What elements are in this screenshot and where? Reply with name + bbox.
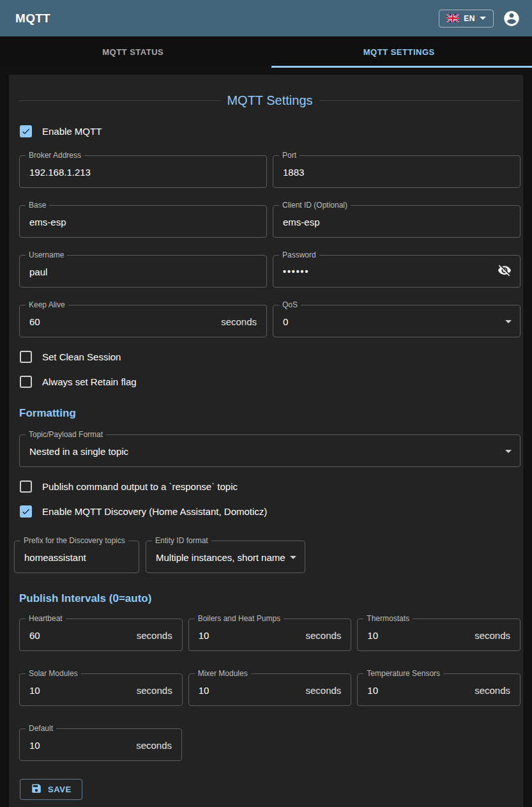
- selected-value: Multiple instances, short name: [156, 551, 285, 562]
- checkbox-response-topic[interactable]: [20, 480, 32, 493]
- port-field[interactable]: Port 1883: [273, 155, 521, 188]
- field-label: Heartbeat: [26, 614, 66, 623]
- dropdown-arrow-icon: [505, 320, 512, 323]
- chevron-down-icon: [480, 17, 486, 20]
- save-button[interactable]: SAVE: [20, 779, 82, 800]
- checkbox-label: Enable MQTT Discovery (Home Assistant, D…: [42, 506, 267, 517]
- qos-select[interactable]: QoS 0: [273, 305, 521, 337]
- password-field[interactable]: Password ••••••: [273, 255, 521, 288]
- settings-card: MQTT Settings Enable MQTT Broker Address…: [9, 75, 523, 807]
- formatting-heading: Formatting: [19, 407, 521, 420]
- topic-payload-format-select[interactable]: Topic/Payload Format Nested in a single …: [19, 434, 521, 467]
- dropdown-arrow-icon: [290, 556, 296, 559]
- field-value: ems-esp: [29, 216, 66, 227]
- client-id-field[interactable]: Client ID (Optional) ems-esp: [273, 205, 521, 238]
- field-label: Boilers and Heat Pumps: [195, 614, 284, 623]
- keep-alive-field[interactable]: Keep Alive 60 seconds: [19, 305, 267, 337]
- field-value: 60: [29, 316, 40, 327]
- username-field[interactable]: Username paul: [19, 255, 267, 288]
- discovery-fields: Prefix for the Discovery topics homeassi…: [14, 541, 521, 573]
- field-label: Prefix for the Discovery topics: [20, 536, 128, 545]
- base-field[interactable]: Base ems-esp: [19, 205, 267, 238]
- field-value: ems-esp: [283, 216, 320, 227]
- field-value: paul: [29, 266, 47, 277]
- mixer-modules-field[interactable]: Mixer Modules 10 seconds: [188, 673, 352, 706]
- selected-value: 0: [283, 316, 288, 327]
- checkbox-enable-mqtt[interactable]: [20, 125, 32, 137]
- uk-flag-icon: [446, 14, 459, 22]
- field-value: 1883: [283, 166, 304, 177]
- language-selector-button[interactable]: EN: [439, 10, 494, 27]
- field-label: Password: [279, 250, 319, 259]
- field-label: Mixer Modules: [195, 669, 251, 678]
- field-label: Username: [26, 250, 67, 259]
- save-button-label: SAVE: [48, 785, 72, 794]
- field-unit: seconds: [305, 629, 341, 640]
- field-value: 10: [367, 629, 378, 640]
- tab-mqtt-status[interactable]: MQTT STATUS: [0, 36, 266, 68]
- field-unit: seconds: [136, 739, 172, 750]
- field-label: Temperature Sensors: [363, 669, 443, 678]
- field-unit: seconds: [475, 684, 510, 695]
- checkbox-retain-flag[interactable]: [20, 376, 32, 388]
- boilers-field[interactable]: Boilers and Heat Pumps 10 seconds: [188, 619, 352, 651]
- checkbox-label: Set Clean Session: [42, 351, 121, 362]
- checkbox-row-mqtt-discovery[interactable]: Enable MQTT Discovery (Home Assistant, D…: [20, 503, 521, 519]
- active-tab-indicator: [271, 66, 532, 68]
- field-unit: seconds: [137, 684, 172, 695]
- field-label: Solar Modules: [26, 669, 81, 678]
- field-value: 10: [199, 684, 209, 695]
- page-title-divider: MQTT Settings: [19, 91, 521, 109]
- field-label: Topic/Payload Format: [26, 430, 106, 439]
- field-unit: seconds: [137, 629, 172, 640]
- solar-modules-field[interactable]: Solar Modules 10 seconds: [19, 673, 183, 706]
- publish-intervals-heading: Publish Intervals (0=auto): [19, 592, 521, 605]
- checkbox-row-retain-flag[interactable]: Always set Retain flag: [20, 374, 521, 389]
- field-value: 192.168.1.213: [29, 166, 91, 177]
- field-value: 10: [367, 684, 378, 695]
- field-label: QoS: [279, 300, 301, 309]
- checkbox-row-clean-session[interactable]: Set Clean Session: [20, 349, 521, 364]
- field-value: 10: [29, 739, 40, 750]
- checkbox-row-response-topic[interactable]: Publish command output to a `response` t…: [20, 479, 521, 494]
- heartbeat-field[interactable]: Heartbeat 60 seconds: [19, 619, 183, 651]
- field-label: Entity ID format: [152, 536, 211, 545]
- checkbox-clean-session[interactable]: [20, 351, 32, 363]
- field-label: Thermostats: [363, 614, 413, 623]
- checkbox-label: Always set Retain flag: [42, 376, 137, 387]
- page-title: MQTT Settings: [220, 93, 319, 108]
- field-value: 10: [29, 684, 40, 695]
- tab-bar: MQTT STATUS MQTT SETTINGS: [0, 36, 532, 68]
- save-icon: [31, 783, 42, 796]
- divider-line: [319, 100, 521, 101]
- field-value: 10: [199, 629, 209, 640]
- field-unit: seconds: [221, 316, 257, 327]
- field-value: 60: [29, 629, 40, 640]
- broker-address-field[interactable]: Broker Address 192.168.1.213: [19, 155, 267, 188]
- connection-fields: Broker Address 192.168.1.213 Port 1883 B…: [19, 155, 521, 337]
- field-unit: seconds: [305, 684, 341, 695]
- selected-value: Nested in a single topic: [29, 445, 128, 456]
- checkbox-row-enable-mqtt[interactable]: Enable MQTT: [20, 123, 521, 139]
- checkbox-label: Enable MQTT: [42, 126, 102, 137]
- checkbox-label: Publish command output to a `response` t…: [42, 481, 238, 492]
- field-unit: seconds: [475, 629, 510, 640]
- thermostats-field[interactable]: Thermostats 10 seconds: [357, 619, 521, 651]
- temperature-sensors-field[interactable]: Temperature Sensors 10 seconds: [357, 673, 521, 706]
- field-label: Keep Alive: [26, 300, 68, 309]
- field-label: Port: [279, 151, 300, 160]
- language-label: EN: [464, 14, 475, 23]
- app-header: MQTT EN: [0, 0, 532, 36]
- field-label: Default: [26, 724, 56, 733]
- field-label: Base: [26, 201, 49, 210]
- entity-id-format-select[interactable]: Entity ID format Multiple instances, sho…: [146, 541, 305, 573]
- dropdown-arrow-icon: [505, 450, 512, 453]
- account-circle-icon[interactable]: [503, 10, 521, 27]
- default-interval-field[interactable]: Default 10 seconds: [19, 728, 182, 761]
- tab-mqtt-settings[interactable]: MQTT SETTINGS: [266, 36, 532, 68]
- discovery-prefix-field[interactable]: Prefix for the Discovery topics homeassi…: [14, 541, 139, 573]
- visibility-off-icon[interactable]: [498, 263, 512, 280]
- publish-interval-fields: Heartbeat 60 seconds Boilers and Heat Pu…: [19, 619, 521, 706]
- checkbox-mqtt-discovery[interactable]: [20, 505, 32, 518]
- divider-line: [19, 100, 220, 101]
